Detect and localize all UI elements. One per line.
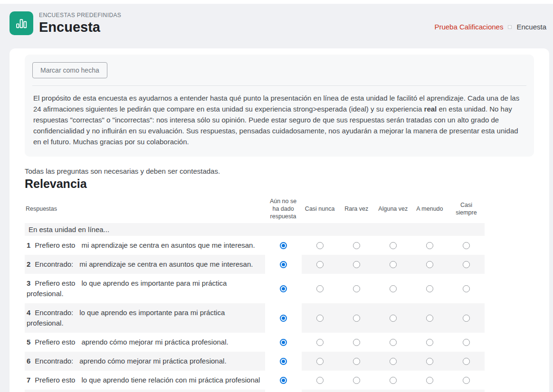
radio-unselected[interactable]: [426, 261, 433, 268]
radio-unselected[interactable]: [463, 261, 470, 268]
activity-info-box: Marcar como hecha El propósito de esta e…: [25, 55, 534, 157]
radio-unselected[interactable]: [353, 377, 360, 384]
answer-cell: [411, 371, 448, 390]
radio-unselected[interactable]: [390, 358, 397, 365]
question-cell: 8Encontrado:lo que aprendo tiene relació…: [25, 390, 265, 392]
mark-as-done-button[interactable]: Marcar como hecha: [32, 62, 107, 78]
radio-selected[interactable]: [280, 358, 287, 365]
table-header-row: Respuestas Aún no se ha dado respuestaCa…: [25, 195, 485, 223]
answer-cell: [265, 352, 302, 371]
required-note: Todas las preguntas son necesarias y deb…: [25, 167, 534, 175]
question-cell: 6Encontrado:aprendo cómo mejorar mi prác…: [25, 352, 265, 371]
radio-selected[interactable]: [280, 285, 287, 292]
radio-unselected[interactable]: [353, 358, 360, 365]
question-cell: 5Prefiero estoaprendo cómo mejorar mi pr…: [25, 333, 265, 352]
radio-unselected[interactable]: [463, 315, 470, 322]
answer-cell: [338, 303, 375, 333]
radio-unselected[interactable]: [463, 358, 470, 365]
radio-unselected[interactable]: [390, 315, 397, 322]
radio-unselected[interactable]: [390, 377, 397, 384]
answer-cell: [448, 303, 485, 333]
question-number: 6: [27, 357, 30, 365]
answer-cell: [448, 274, 485, 303]
answer-cell: [338, 390, 375, 392]
radio-unselected[interactable]: [463, 339, 470, 346]
radio-selected[interactable]: [280, 242, 287, 249]
answer-cell: [338, 236, 375, 255]
table-row: 3Prefiero estolo que aprendo es importan…: [25, 274, 485, 303]
answer-cell: [302, 371, 338, 390]
radio-unselected[interactable]: [390, 261, 397, 268]
radio-unselected[interactable]: [316, 242, 324, 249]
question-cell: 7Prefiero estolo que aprendo tiene relac…: [25, 371, 265, 390]
radio-unselected[interactable]: [390, 339, 397, 346]
radio-unselected[interactable]: [426, 358, 433, 365]
answer-cell: [302, 390, 338, 392]
radio-unselected[interactable]: [463, 377, 470, 384]
radio-unselected[interactable]: [316, 377, 324, 384]
answer-cell: [265, 255, 302, 274]
answer-cell: [411, 390, 448, 392]
radio-unselected[interactable]: [353, 315, 360, 322]
breadcrumb-course-link[interactable]: Prueba Calificaciones: [434, 23, 503, 31]
breadcrumb: Prueba Calificaciones Encuesta: [434, 23, 546, 31]
answer-cell: [302, 274, 338, 303]
question-prefix: Encontrado:: [35, 357, 73, 365]
question-text: mi aprendizaje se centra en asuntos que …: [79, 260, 253, 268]
radio-unselected[interactable]: [426, 242, 433, 249]
answer-cell: [302, 303, 338, 333]
radio-unselected[interactable]: [353, 339, 360, 346]
answer-cell: [375, 352, 411, 371]
radio-unselected[interactable]: [390, 242, 397, 249]
breadcrumb-current: Encuesta: [516, 23, 546, 31]
radio-unselected[interactable]: [426, 339, 433, 346]
answer-cell: [448, 333, 485, 352]
answer-cell: [411, 333, 448, 352]
answer-cell: [302, 352, 338, 371]
page-header: ENCUESTAS PREDEFINIDAS Encuesta Prueba C…: [0, 4, 553, 48]
radio-selected[interactable]: [280, 377, 287, 384]
radio-unselected[interactable]: [390, 285, 397, 292]
answer-cell: [375, 390, 411, 392]
answer-cell: [265, 303, 302, 333]
answer-cell: [265, 236, 302, 255]
answer-cell: [448, 371, 485, 390]
answer-cell: [375, 303, 411, 333]
answer-option-header: Alguna vez: [375, 195, 411, 223]
radio-unselected[interactable]: [426, 315, 433, 322]
radio-unselected[interactable]: [353, 242, 360, 249]
radio-selected[interactable]: [280, 315, 287, 322]
window-top-strip: [0, 0, 553, 4]
radio-selected[interactable]: [280, 339, 287, 346]
answer-option-header: A menudo: [411, 195, 448, 223]
answer-cell: [375, 255, 411, 274]
table-row: 8Encontrado:lo que aprendo tiene relació…: [25, 390, 485, 392]
radio-unselected[interactable]: [316, 358, 324, 365]
question-cell: 1Prefiero estomi aprendizaje se centra e…: [25, 236, 265, 255]
answer-cell: [338, 333, 375, 352]
radio-unselected[interactable]: [426, 377, 433, 384]
radio-unselected[interactable]: [426, 285, 433, 292]
question-cell: 4Encontrado:lo que aprendo es importante…: [25, 303, 265, 333]
radio-unselected[interactable]: [316, 285, 324, 292]
answer-cell: [411, 303, 448, 333]
question-prefix: Encontrado:: [35, 260, 73, 268]
table-row: 4Encontrado:lo que aprendo es importante…: [25, 303, 485, 333]
group-label-row: En esta unidad en línea...: [25, 223, 485, 236]
activity-type-label: ENCUESTAS PREDEFINIDAS: [39, 12, 121, 19]
answer-cell: [448, 352, 485, 371]
radio-unselected[interactable]: [316, 315, 324, 322]
question-number: 4: [27, 308, 30, 317]
radio-unselected[interactable]: [463, 285, 470, 292]
respuestas-column-header: Respuestas: [25, 195, 265, 223]
answer-cell: [411, 255, 448, 274]
question-prefix: Prefiero esto: [35, 376, 75, 384]
radio-selected[interactable]: [280, 261, 287, 268]
radio-unselected[interactable]: [316, 339, 324, 346]
radio-unselected[interactable]: [316, 261, 324, 268]
radio-unselected[interactable]: [353, 285, 360, 292]
radio-unselected[interactable]: [353, 261, 360, 268]
question-text: aprendo cómo mejorar mi práctica profesi…: [81, 338, 228, 346]
radio-unselected[interactable]: [463, 242, 470, 249]
question-cell: 2Encontrado:mi aprendizaje se centra en …: [25, 255, 265, 274]
